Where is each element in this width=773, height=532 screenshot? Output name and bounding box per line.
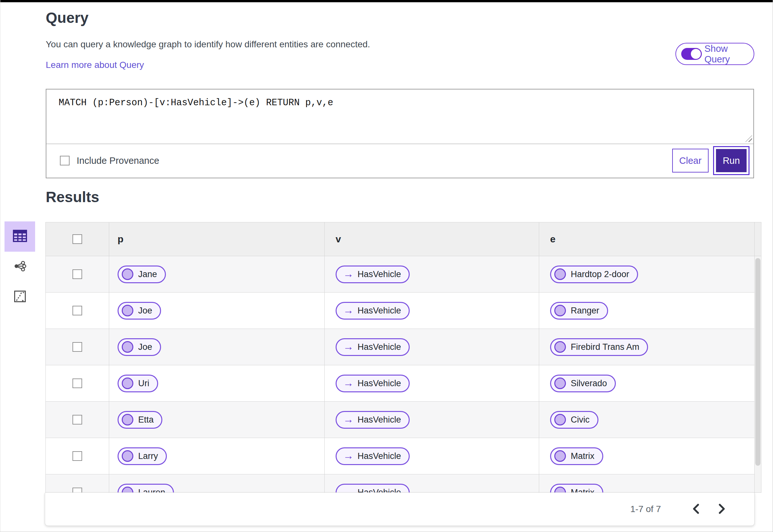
- learn-more-link[interactable]: Learn more about Query: [46, 60, 144, 70]
- query-actions-bar: Include Provenance Clear Run: [46, 144, 753, 177]
- node-icon: [554, 341, 566, 353]
- toggle-knob: [691, 49, 701, 59]
- table-row: Lauren → HasVehicle Matrix: [46, 474, 754, 493]
- v-edge-pill[interactable]: → HasVehicle: [336, 447, 410, 465]
- p-node-pill[interactable]: Larry: [117, 447, 167, 465]
- edge-label: HasVehicle: [358, 451, 401, 461]
- query-page: Query You can query a knowledge graph to…: [0, 0, 773, 532]
- scrollbar-track[interactable]: [755, 256, 761, 492]
- node-icon: [122, 268, 133, 280]
- node-icon: [554, 268, 566, 280]
- next-page-button[interactable]: [714, 502, 729, 517]
- row-checkbox[interactable]: [72, 342, 82, 352]
- node-icon: [554, 487, 566, 493]
- edge-label: HasVehicle: [358, 342, 401, 352]
- p-node-pill[interactable]: Lauren: [117, 484, 174, 493]
- e-node-pill[interactable]: Hardtop 2-door: [550, 266, 638, 283]
- v-edge-pill[interactable]: → HasVehicle: [336, 266, 410, 283]
- run-button[interactable]: Run: [713, 146, 750, 175]
- results-table-body: Jane → HasVehicle Hardtop 2-door Joe: [46, 256, 754, 493]
- node-label: Civic: [571, 415, 590, 425]
- column-header-p[interactable]: p: [109, 222, 325, 256]
- edge-label: HasVehicle: [358, 269, 401, 279]
- results-view-switcher: [5, 221, 35, 312]
- edge-label: HasVehicle: [358, 415, 401, 425]
- window-top-border: [0, 0, 773, 2]
- node-icon: [122, 450, 133, 462]
- chart-view-button[interactable]: [5, 282, 35, 312]
- node-icon: [554, 378, 566, 389]
- include-provenance-label: Include Provenance: [77, 155, 159, 166]
- select-all-checkbox[interactable]: [72, 234, 82, 244]
- edge-label: HasVehicle: [358, 378, 401, 388]
- previous-page-button[interactable]: [689, 502, 703, 517]
- e-node-pill[interactable]: Matrix: [550, 484, 603, 493]
- include-provenance-checkbox[interactable]: [60, 156, 70, 165]
- e-node-pill[interactable]: Silverado: [550, 375, 616, 392]
- node-icon: [122, 487, 133, 493]
- e-node-pill[interactable]: Civic: [550, 411, 599, 429]
- node-icon: [554, 305, 566, 316]
- table-scrollbar: [754, 222, 761, 492]
- node-label: Ranger: [571, 306, 600, 316]
- pagination-footer: 1-7 of 7: [45, 492, 755, 526]
- table-row: Larry → HasVehicle Matrix: [46, 438, 754, 474]
- table-header-row: p v e: [46, 222, 754, 256]
- e-node-pill[interactable]: Ranger: [550, 302, 608, 320]
- node-label: Larry: [138, 451, 158, 461]
- pagination-range-label: 1-7 of 7: [630, 504, 661, 514]
- arrow-right-icon: →: [343, 487, 354, 493]
- scrollbar-thumb[interactable]: [755, 258, 760, 466]
- node-icon: [554, 414, 566, 425]
- v-edge-pill[interactable]: → HasVehicle: [336, 375, 410, 392]
- v-edge-pill[interactable]: → HasVehicle: [336, 302, 410, 320]
- scrollbar-header-spacer: [755, 222, 761, 256]
- resize-handle-icon[interactable]: [745, 135, 752, 142]
- graph-view-icon: [13, 259, 27, 275]
- arrow-right-icon: →: [343, 305, 354, 315]
- table-row: Etta → HasVehicle Civic: [46, 402, 754, 438]
- chevron-left-icon: [692, 503, 700, 515]
- row-checkbox[interactable]: [72, 451, 82, 461]
- row-checkbox[interactable]: [72, 269, 82, 279]
- p-node-pill[interactable]: Uri: [117, 375, 158, 392]
- node-icon: [122, 378, 133, 389]
- node-label: Matrix: [571, 488, 595, 493]
- node-icon: [122, 341, 133, 353]
- p-node-pill[interactable]: Joe: [117, 302, 161, 320]
- graph-view-button[interactable]: [5, 252, 35, 282]
- p-node-pill[interactable]: Jane: [117, 266, 166, 283]
- show-query-toggle-button[interactable]: Show Query: [675, 43, 754, 65]
- show-query-label: Show Query: [704, 43, 754, 65]
- v-edge-pill[interactable]: → HasVehicle: [336, 484, 410, 493]
- clear-button[interactable]: Clear: [672, 149, 709, 173]
- v-edge-pill[interactable]: → HasVehicle: [336, 411, 410, 429]
- e-node-pill[interactable]: Matrix: [550, 447, 603, 465]
- arrow-right-icon: →: [343, 268, 354, 279]
- v-edge-pill[interactable]: → HasVehicle: [336, 338, 410, 356]
- row-checkbox[interactable]: [72, 415, 82, 425]
- column-header-v[interactable]: v: [325, 222, 539, 256]
- p-node-pill[interactable]: Joe: [117, 338, 161, 356]
- column-header-e[interactable]: e: [539, 222, 754, 256]
- row-checkbox[interactable]: [72, 488, 82, 493]
- page-description: You can query a knowledge graph to ident…: [46, 39, 370, 50]
- row-checkbox[interactable]: [72, 378, 82, 388]
- arrow-right-icon: →: [343, 341, 354, 352]
- chevron-right-icon: [718, 503, 726, 515]
- results-table-main: p v e Jane → HasVehicle Hardtop 2-door: [46, 222, 754, 492]
- row-checkbox[interactable]: [72, 306, 82, 315]
- toggle-on-icon[interactable]: [681, 48, 702, 60]
- node-label: Jane: [138, 269, 157, 279]
- results-table: p v e Jane → HasVehicle Hardtop 2-door: [45, 222, 761, 493]
- node-label: Firebird Trans Am: [571, 342, 639, 352]
- query-textarea[interactable]: MATCH (p:Person)-[v:HasVehicle]->(e) RET…: [46, 89, 753, 144]
- table-row: Uri → HasVehicle Silverado: [46, 365, 754, 402]
- table-row: Joe → HasVehicle Firebird Trans Am: [46, 329, 754, 365]
- query-text: MATCH (p:Person)-[v:HasVehicle]->(e) RET…: [46, 89, 753, 108]
- e-node-pill[interactable]: Firebird Trans Am: [550, 338, 648, 356]
- page-title: Query: [46, 9, 88, 26]
- table-view-button[interactable]: [5, 221, 35, 252]
- arrow-right-icon: →: [343, 378, 354, 388]
- p-node-pill[interactable]: Etta: [117, 411, 162, 429]
